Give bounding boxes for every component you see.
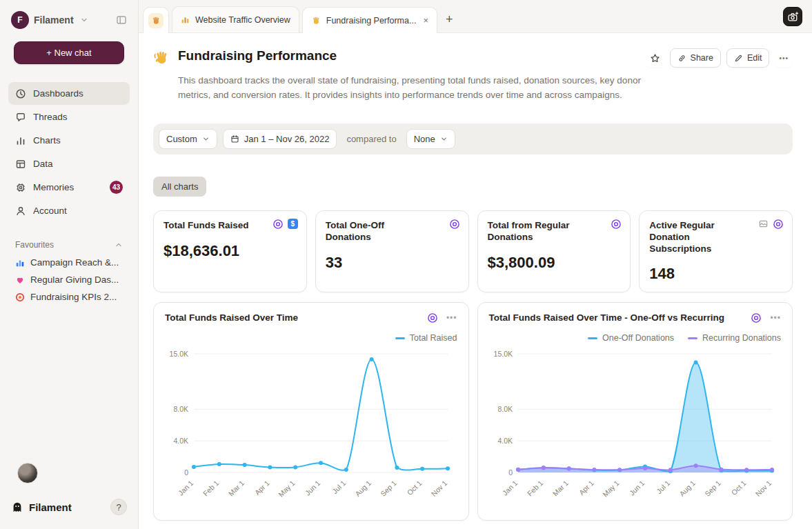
user-avatar[interactable]: [17, 463, 38, 483]
legend-dash: [588, 337, 597, 339]
kpi-card-total-regular-donations[interactable]: Total from Regular Donations $3,800.09: [477, 210, 631, 293]
range-type-value: Custom: [166, 134, 197, 144]
bar-chart-icon: [15, 135, 26, 146]
user-icon: [15, 206, 26, 217]
legend-item: Total Raised: [395, 333, 457, 343]
heart-icon: [15, 275, 25, 285]
new-tab-button[interactable]: +: [446, 12, 453, 27]
svg-text:Oct 1: Oct 1: [405, 479, 423, 497]
frame-icon[interactable]: [758, 219, 769, 229]
favourite-item-fundraising-kpis[interactable]: Fundraising KPIs 2...: [8, 288, 130, 306]
sidebar-item-memories[interactable]: Memories 43: [8, 176, 130, 199]
chart-more-button[interactable]: •••: [770, 313, 781, 323]
insight-icon[interactable]: [273, 219, 284, 230]
sidebar-item-charts[interactable]: Charts: [8, 129, 130, 152]
legend-item: Recurring Donations: [688, 333, 781, 343]
edit-button[interactable]: Edit: [726, 48, 770, 68]
range-type-select[interactable]: Custom: [159, 129, 217, 149]
tab-website-traffic-overview[interactable]: Website Traffic Overview: [172, 6, 299, 32]
insight-icon[interactable]: [449, 219, 460, 230]
svg-text:Apr 1: Apr 1: [577, 479, 595, 497]
dollar-badge-icon: $: [288, 219, 298, 229]
new-chat-button[interactable]: + New chat: [14, 41, 124, 64]
more-options-button[interactable]: •••: [775, 48, 793, 68]
svg-text:Nov 1: Nov 1: [430, 479, 449, 498]
favourites-header[interactable]: Favourites: [15, 240, 123, 250]
sidebar-item-threads[interactable]: Threads: [8, 106, 130, 128]
title-row: Fundraising Performance Share: [178, 48, 793, 68]
screenshot-camera-button[interactable]: [783, 7, 802, 26]
svg-text:Jun 1: Jun 1: [304, 479, 322, 497]
logo-letter: F: [17, 15, 22, 25]
favourite-label: Regular Giving Das...: [30, 275, 119, 285]
date-range-value: Jan 1 – Nov 26, 2022: [244, 134, 330, 144]
close-tab-icon[interactable]: ×: [422, 15, 428, 26]
insight-icon[interactable]: [773, 219, 784, 230]
kpi-title: Total from Regular Donations: [488, 220, 621, 243]
chevron-down-icon: [202, 135, 210, 143]
collapse-sidebar-icon[interactable]: [115, 13, 128, 27]
chart-title: Total Funds Raised Over Time: [165, 312, 298, 323]
ghost-logo-icon: [11, 501, 23, 513]
page-description: This dashboard tracks the overall state …: [178, 74, 661, 103]
memory-chip-icon: [15, 182, 26, 193]
wave-hand-emoji: [153, 48, 171, 103]
header-actions: Share Edit •••: [646, 48, 793, 68]
tab-fundraising-performance[interactable]: Fundraising Performa... ×: [302, 7, 437, 33]
svg-text:Sep 1: Sep 1: [702, 479, 722, 498]
chevron-up-icon[interactable]: [115, 241, 123, 249]
chart-legend: Total Raised: [165, 333, 457, 343]
workspace-name: Filament: [34, 14, 74, 26]
legend-dash: [688, 337, 697, 339]
insight-icon[interactable]: [751, 312, 762, 323]
kpi-card-total-one-off-donations[interactable]: Total One-Off Donations 33: [315, 210, 469, 293]
date-range-button[interactable]: Jan 1 – Nov 26, 2022: [223, 129, 337, 149]
favourite-item-regular-giving[interactable]: Regular Giving Das...: [8, 271, 130, 288]
sidebar-item-data[interactable]: Data: [8, 152, 130, 175]
insight-icon[interactable]: [611, 219, 622, 230]
pencil-icon: [734, 54, 743, 63]
tab-pinned-home[interactable]: [143, 7, 169, 33]
gauge-icon: [15, 88, 26, 99]
all-charts-chip[interactable]: All charts: [153, 177, 206, 197]
favourite-label: Campaign Reach &...: [30, 257, 119, 268]
svg-text:Jan 1: Jan 1: [500, 479, 519, 497]
kpi-card-active-subscriptions[interactable]: Active Regular Donation Subscriptions 14…: [639, 210, 793, 293]
nav-label: Charts: [33, 135, 61, 146]
chevron-down-icon[interactable]: [80, 16, 88, 24]
help-button[interactable]: ?: [110, 499, 127, 515]
svg-text:Aug 1: Aug 1: [677, 479, 697, 498]
sidebar-item-dashboards[interactable]: Dashboards: [8, 82, 130, 105]
chart-card-oneoff-vs-recurring: Total Funds Raised Over Time - One-Off v…: [477, 302, 793, 521]
footer-brand: Filament: [29, 501, 72, 513]
dashboard-content: Fundraising Performance Share: [139, 33, 812, 529]
favourite-item-campaign-reach[interactable]: Campaign Reach &...: [8, 254, 130, 271]
calendar-icon: [230, 134, 239, 143]
compare-select[interactable]: None: [406, 129, 455, 149]
kpi-value: 148: [649, 265, 782, 283]
page-header-main: Fundraising Performance Share: [178, 48, 793, 103]
memories-count-badge: 43: [110, 181, 123, 194]
legend-dash: [395, 337, 405, 339]
svg-text:Feb 1: Feb 1: [201, 479, 221, 498]
area-chart[interactable]: 04.0K8.0K15.0KJan 1Feb 1Mar 1Apr 1May 1J…: [489, 346, 782, 510]
share-button[interactable]: Share: [670, 48, 721, 68]
svg-text:Jun 1: Jun 1: [627, 479, 646, 497]
tab-bar: Website Traffic Overview Fundraising Per…: [139, 0, 812, 33]
favourite-star-button[interactable]: [646, 48, 664, 68]
svg-text:Apr 1: Apr 1: [253, 479, 271, 497]
sidebar-spacer: [0, 306, 138, 463]
sidebar-footer: Filament ?: [0, 495, 138, 529]
table-icon: [15, 159, 26, 170]
kpi-card-total-funds-raised[interactable]: $ Total Funds Raised $18,636.01: [153, 210, 307, 293]
chart-more-button[interactable]: •••: [446, 313, 457, 323]
filament-logo: F: [11, 11, 29, 29]
insight-icon[interactable]: [427, 312, 438, 323]
nav-label: Threads: [33, 112, 68, 122]
svg-text:Sep 1: Sep 1: [379, 479, 398, 498]
line-chart[interactable]: 04.0K8.0K15.0KJan 1Feb 1Mar 1Apr 1May 1J…: [165, 346, 457, 510]
favourite-label: Fundraising KPIs 2...: [30, 292, 117, 302]
sidebar-item-account[interactable]: Account: [8, 199, 130, 222]
legend-item: One-Off Donations: [588, 333, 674, 343]
edit-label: Edit: [747, 53, 762, 63]
